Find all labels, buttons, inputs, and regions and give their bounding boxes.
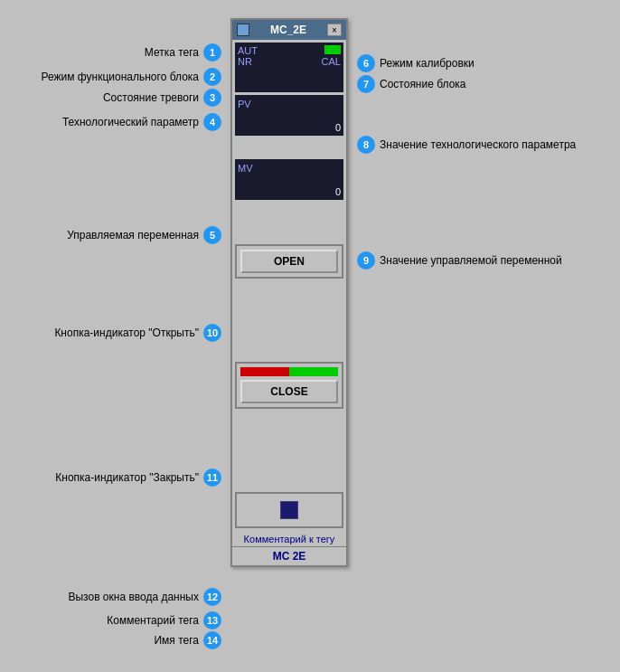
label-3: Состояние тревоги 3 bbox=[103, 89, 221, 107]
label-8: 8 Значение технологического параметра bbox=[357, 136, 576, 154]
tag-name-area: MC 2E bbox=[232, 546, 346, 565]
label-13: Комментарий тега 13 bbox=[107, 611, 221, 629]
spacer-3 bbox=[232, 221, 346, 239]
open-button[interactable]: OPEN bbox=[240, 250, 338, 273]
label-5: Управляемая переменная 5 bbox=[67, 226, 221, 244]
label-7: 7 Состояние блока bbox=[357, 75, 466, 93]
spacer-1 bbox=[232, 138, 346, 156]
label-10: Кнопка-индикатор "Открыть" 10 bbox=[54, 324, 221, 342]
calibration-mode-indicator bbox=[324, 45, 341, 54]
label-1: Метка тега 1 bbox=[145, 43, 221, 62]
label-6: 6 Режим калибровки bbox=[357, 54, 474, 72]
top-display: AUT NR NR CAL bbox=[235, 43, 343, 92]
main-window: MC_2E × AUT NR NR CAL PV 0 MV 0 bbox=[230, 18, 348, 567]
spacer-5 bbox=[232, 302, 346, 320]
close-button[interactable]: CLOSE bbox=[240, 380, 338, 403]
close-indicator-green bbox=[289, 367, 338, 376]
window-title: MC_2E bbox=[249, 24, 327, 36]
pv-label: PV bbox=[238, 99, 251, 109]
mv-display: MV 0 bbox=[235, 159, 343, 200]
label-11: Кнопка-индикатор "Закрыть" 11 bbox=[55, 469, 221, 487]
tag-comment: Комментарий к тегу bbox=[235, 534, 343, 544]
nr-left-text: NR bbox=[238, 56, 252, 67]
data-entry-square bbox=[280, 501, 298, 519]
open-button-section: OPEN bbox=[235, 244, 343, 279]
spacer-4 bbox=[232, 284, 346, 302]
display-row-2: NR CAL bbox=[238, 56, 341, 67]
mv-value: 0 bbox=[335, 186, 341, 197]
label-9: 9 Значение управляемой переменной bbox=[357, 251, 562, 270]
spacer-2 bbox=[232, 203, 346, 221]
label-2: Режим функционального блока 2 bbox=[41, 68, 221, 86]
mv-label: MV bbox=[238, 163, 253, 174]
pv-value: 0 bbox=[335, 122, 341, 133]
close-button-section: CLOSE bbox=[235, 362, 343, 409]
spacer-7 bbox=[232, 338, 346, 356]
title-icon bbox=[237, 24, 249, 36]
title-bar: MC_2E × bbox=[232, 20, 346, 40]
spacer-10 bbox=[232, 450, 346, 469]
spacer-8 bbox=[232, 414, 346, 432]
page-wrapper: Метка тега 1 Режим функционального блока… bbox=[18, 18, 602, 567]
close-indicator-bar bbox=[240, 367, 338, 376]
spacer-11 bbox=[232, 469, 346, 487]
labels-left: Метка тега 1 Режим функционального блока… bbox=[18, 18, 230, 567]
label-12: Вызов окна ввода данных 12 bbox=[68, 588, 221, 606]
data-entry-section[interactable] bbox=[235, 492, 343, 528]
tag-name: MC 2E bbox=[273, 550, 306, 563]
label-14: Имя тега 14 bbox=[154, 631, 221, 649]
mode-text: AUT bbox=[238, 45, 258, 56]
labels-right: 6 Режим калибровки 7 Состояние блока 8 З… bbox=[348, 18, 547, 567]
cal-text: CAL bbox=[322, 56, 341, 67]
spacer-6 bbox=[232, 320, 346, 338]
pv-display: PV 0 bbox=[235, 95, 343, 136]
close-indicator-red bbox=[240, 367, 289, 376]
label-4: Технологический параметр 4 bbox=[62, 113, 221, 131]
close-button[interactable]: × bbox=[327, 24, 342, 36]
spacer-9 bbox=[232, 432, 346, 450]
